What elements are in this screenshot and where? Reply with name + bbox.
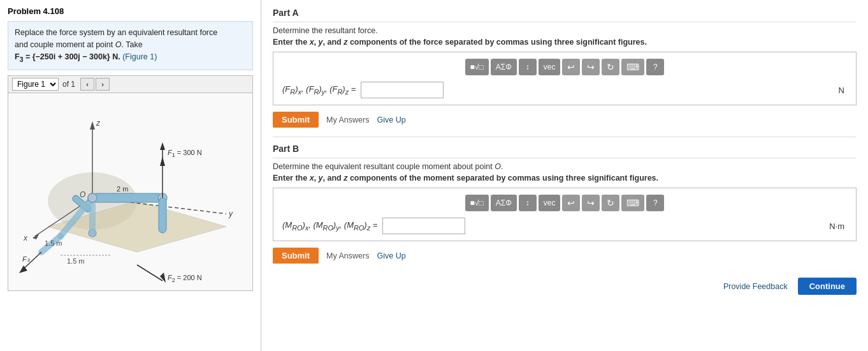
part-b-section: Part B Determine the equivalent resultan… <box>273 144 857 264</box>
sqrt-button-b[interactable]: ■√□ <box>465 195 489 211</box>
svg-marker-6 <box>33 233 40 239</box>
keyboard-button-b[interactable]: ⌨ <box>621 195 644 211</box>
part-a-toolbar: ■√□ AΣΦ ↕ vec ↩ ↪ ↻ ⌨ ? <box>282 59 847 75</box>
svg-text:1.5 m: 1.5 m <box>45 239 62 247</box>
help-button-a[interactable]: ? <box>646 59 664 75</box>
provide-feedback-link[interactable]: Provide Feedback <box>723 282 788 291</box>
figure-controls: Figure 1 of 1 ‹ › <box>8 75 253 93</box>
part-b-input-area: ■√□ AΣΦ ↕ vec ↩ ↪ ↻ ⌨ ? (MRO)x, (MRO)y, … <box>273 188 857 241</box>
part-b-answer-input[interactable] <box>382 218 465 234</box>
redo-button-a[interactable]: ↪ <box>582 59 600 75</box>
svg-text:F₃: F₃ <box>22 255 30 263</box>
problem-title: Problem 4.108 <box>8 6 253 16</box>
figure-select[interactable]: Figure 1 <box>12 78 59 91</box>
svg-text:x: x <box>23 234 28 243</box>
next-figure-button[interactable]: › <box>96 78 110 91</box>
right-panel: Part A Determine the resultant force. En… <box>261 0 868 351</box>
prev-figure-button[interactable]: ‹ <box>80 78 94 91</box>
part-b-toolbar: ■√□ AΣΦ ↕ vec ↩ ↪ ↻ ⌨ ? <box>282 195 847 211</box>
keyboard-button-a[interactable]: ⌨ <box>621 59 644 75</box>
undo-button-b[interactable]: ↩ <box>562 195 580 211</box>
updown-button-a[interactable]: ↕ <box>519 59 537 75</box>
part-b-instruction2: Enter the x, y, and z components of the … <box>273 174 857 183</box>
part-a-my-answers-label: My Answers <box>326 116 369 124</box>
svg-marker-3 <box>90 121 95 130</box>
redo-button-b[interactable]: ↪ <box>582 195 600 211</box>
reset-button-b[interactable]: ↻ <box>602 195 619 211</box>
svg-text:F1 = 300 N: F1 = 300 N <box>168 149 202 158</box>
reset-button-a[interactable]: ↻ <box>602 59 619 75</box>
part-a-submit-button[interactable]: Submit <box>273 112 319 128</box>
svg-marker-25 <box>160 142 165 150</box>
part-b-formula-label: (MRO)x, (MRO)y, (MRO)z = <box>282 220 377 232</box>
part-b-actions: Submit My Answers Give Up <box>273 248 857 264</box>
figure-of: of 1 <box>62 80 75 89</box>
left-panel: Problem 4.108 Replace the force system b… <box>0 0 261 351</box>
part-a-give-up-link[interactable]: Give Up <box>377 116 405 124</box>
svg-text:y: y <box>228 209 233 218</box>
part-b-instruction1: Determine the equivalent resultant coupl… <box>273 162 857 171</box>
part-a-section: Part A Determine the resultant force. En… <box>273 8 857 128</box>
part-b-unit: N·m <box>829 221 847 231</box>
figure-svg: z x y O 2 m <box>10 99 252 284</box>
svg-point-35 <box>88 193 97 202</box>
svg-line-30 <box>137 265 163 281</box>
svg-text:F2 = 200 N: F2 = 200 N <box>168 274 202 283</box>
figure-image-area: z x y O 2 m <box>8 93 253 291</box>
part-b-submit-button[interactable]: Submit <box>273 248 319 264</box>
part-b-formula-row: (MRO)x, (MRO)y, (MRO)z = N·m <box>282 218 847 234</box>
updown-button-b[interactable]: ↕ <box>519 195 537 211</box>
part-a-formula-label: (FR)x, (FR)y, (FR)z = <box>282 84 356 96</box>
part-a-answer-input[interactable] <box>361 82 444 98</box>
part-a-formula-row: (FR)x, (FR)y, (FR)z = N <box>282 82 847 98</box>
vec-button-b[interactable]: vec <box>539 195 561 211</box>
part-a-instruction1: Determine the resultant force. <box>273 26 857 35</box>
asigmaphi-button-b[interactable]: AΣΦ <box>491 195 517 211</box>
continue-button[interactable]: Continue <box>798 278 857 295</box>
figure-link[interactable]: (Figure 1) <box>122 52 157 61</box>
problem-description: Replace the force system by an equivalen… <box>8 21 253 70</box>
part-separator <box>273 137 857 137</box>
part-a-header: Part A <box>273 8 857 22</box>
part-b-header: Part B <box>273 144 857 158</box>
bottom-bar: Provide Feedback Continue <box>273 273 857 295</box>
svg-marker-31 <box>160 273 166 283</box>
help-button-b[interactable]: ? <box>646 195 664 211</box>
svg-text:O: O <box>80 190 85 199</box>
sqrt-button-a[interactable]: ■√□ <box>465 59 489 75</box>
svg-text:1.5 m: 1.5 m <box>67 257 85 265</box>
description-text: Replace the force system by an equivalen… <box>15 28 217 61</box>
part-a-instruction2: Enter the x, y, and z components of the … <box>273 38 857 47</box>
undo-button-a[interactable]: ↩ <box>562 59 580 75</box>
svg-rect-17 <box>159 198 166 233</box>
part-b-my-answers-label: My Answers <box>326 251 369 260</box>
part-b-give-up-link[interactable]: Give Up <box>377 251 405 260</box>
svg-text:2 m: 2 m <box>117 185 128 193</box>
asigmaphi-button-a[interactable]: AΣΦ <box>491 59 517 75</box>
vec-button-a[interactable]: vec <box>539 59 561 75</box>
part-a-actions: Submit My Answers Give Up <box>273 112 857 128</box>
svg-text:z: z <box>96 119 101 128</box>
part-a-unit: N <box>839 86 847 95</box>
svg-rect-12 <box>92 193 163 202</box>
part-a-input-area: ■√□ AΣΦ ↕ vec ↩ ↪ ↻ ⌨ ? (FR)x, (FR)y, (F… <box>273 52 857 105</box>
